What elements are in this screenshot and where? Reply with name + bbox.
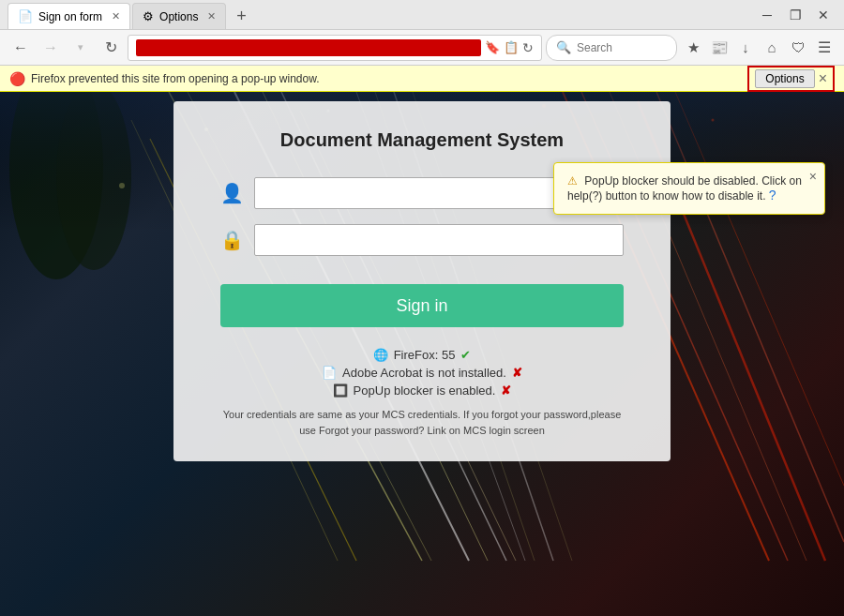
popup-icon: 🔲 xyxy=(333,383,348,398)
tab-close-options[interactable]: ✕ xyxy=(207,10,216,23)
hamburger-menu-button[interactable]: ☰ xyxy=(812,36,836,60)
globe-icon: 🌐 xyxy=(373,348,388,362)
footer-text: Your credentials are same as your MCS cr… xyxy=(220,407,624,438)
notification-message: Firefox prevented this site from opening… xyxy=(31,72,320,85)
bookmarks-star-button[interactable]: ★ xyxy=(681,36,705,60)
password-input[interactable] xyxy=(254,224,624,256)
popup-status-item: 🔲 PopUp blocker is enabled. ✘ xyxy=(220,383,624,398)
title-bar: 📄 Sign on form ✕ ⚙ Options ✕ + ─ ❐ ✕ xyxy=(0,0,844,30)
url-bar[interactable]: 🔖 📋 ↻ xyxy=(128,35,542,61)
acrobat-status-item: 📄 Adobe Acrobat is not installed. ✘ xyxy=(220,366,624,380)
window-controls: ─ ❐ ✕ xyxy=(754,2,844,28)
reload-icon[interactable]: ↻ xyxy=(522,40,534,55)
lock-icon: 🔒 xyxy=(220,229,243,251)
close-button[interactable]: ✕ xyxy=(810,2,836,28)
tab-label-options: Options xyxy=(159,10,198,23)
status-section: 🌐 FireFox: 55 ✔ 📄 Adobe Acrobat is not i… xyxy=(220,348,624,398)
login-title: Document Management System xyxy=(220,129,624,151)
tab-options[interactable]: ⚙ Options ✕ xyxy=(132,3,226,29)
tab-label-sign-on-form: Sign on form xyxy=(38,10,102,23)
acrobat-label: Adobe Acrobat is not installed. xyxy=(342,366,506,380)
tab-favicon-options: ⚙ xyxy=(143,9,154,23)
tab-sign-on-form[interactable]: 📄 Sign on form ✕ xyxy=(8,3,130,29)
restore-button[interactable]: ❐ xyxy=(782,2,808,28)
url-bar-icons: 🔖 📋 ↻ xyxy=(485,40,534,55)
search-input[interactable] xyxy=(577,41,661,54)
search-box[interactable]: 🔍 xyxy=(546,35,677,61)
downloads-button[interactable]: ↓ xyxy=(733,36,758,60)
user-icon: 👤 xyxy=(220,182,243,204)
popup-tooltip-text: PopUp blocker should be disabled. Click … xyxy=(567,174,802,203)
popup-label: PopUp blocker is enabled. xyxy=(354,383,496,398)
notification-icon: 🔴 xyxy=(9,71,25,86)
search-icon: 🔍 xyxy=(556,40,571,54)
toolbar-icons: ★ 📰 ↓ ⌂ 🛡 ☰ xyxy=(681,36,836,60)
options-button[interactable]: Options xyxy=(755,69,814,88)
forward-button[interactable]: → xyxy=(38,35,64,61)
pocket-save-button[interactable]: 📰 xyxy=(707,36,731,60)
reader-view-icon[interactable]: 📋 xyxy=(504,40,519,54)
history-dropdown-button[interactable]: ▾ xyxy=(68,35,94,61)
minimize-button[interactable]: ─ xyxy=(754,2,780,28)
browser-window: 📄 Sign on form ✕ ⚙ Options ✕ + ─ ❐ ✕ ← →… xyxy=(0,0,844,616)
reload-button[interactable]: ↻ xyxy=(98,35,124,61)
popup-tooltip: × ⚠ PopUp blocker should be disabled. Cl… xyxy=(553,162,825,215)
acrobat-err-icon: ✘ xyxy=(512,366,522,380)
nav-bar: ← → ▾ ↻ 🔖 📋 ↻ 🔍 ★ 📰 ↓ ⌂ 🛡 ☰ xyxy=(0,30,844,66)
firefox-status-item: 🌐 FireFox: 55 ✔ xyxy=(220,348,624,362)
firefox-label: FireFox: 55 xyxy=(394,348,456,362)
popup-tooltip-help-icon[interactable]: ? xyxy=(769,188,776,203)
tab-close-sign-on-form[interactable]: ✕ xyxy=(112,10,120,23)
back-button[interactable]: ← xyxy=(8,35,34,61)
firefox-ok-icon: ✔ xyxy=(460,348,471,362)
login-container: Document Management System 👤 🔒 Sign in 🌐… xyxy=(173,101,671,461)
tracking-protection-icon[interactable]: 🛡 xyxy=(786,36,810,60)
content-area: Document Management System 👤 🔒 Sign in 🌐… xyxy=(0,92,844,616)
notification-bar: 🔴 Firefox prevented this site from openi… xyxy=(0,66,844,92)
bookmark-star-icon[interactable]: 🔖 xyxy=(485,40,500,54)
doc-icon: 📄 xyxy=(322,366,337,380)
popup-tooltip-close[interactable]: × xyxy=(809,169,817,184)
password-row: 🔒 xyxy=(220,224,624,256)
popup-err-icon: ✘ xyxy=(501,383,511,398)
tab-strip: 📄 Sign on form ✕ ⚙ Options ✕ + xyxy=(0,0,754,29)
url-content xyxy=(136,39,481,56)
home-button[interactable]: ⌂ xyxy=(760,36,784,60)
notification-close-button[interactable]: × xyxy=(819,70,827,87)
popup-tooltip-warning-icon: ⚠ xyxy=(567,174,578,188)
tab-favicon-sign-on-form: 📄 xyxy=(18,9,33,23)
signin-button[interactable]: Sign in xyxy=(220,284,624,327)
new-tab-button[interactable]: + xyxy=(228,3,254,29)
options-close-group: Options × xyxy=(747,66,835,92)
